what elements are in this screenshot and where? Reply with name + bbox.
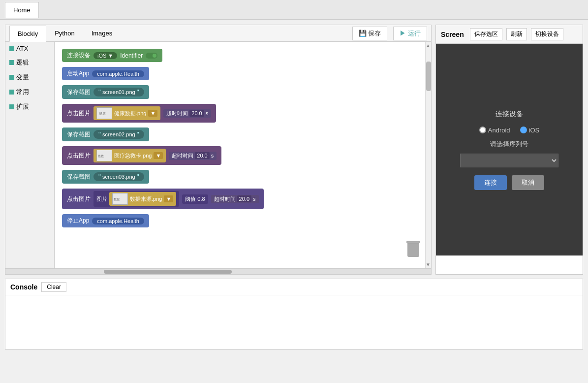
click3-inner: 点击图片 图片 数据	[62, 189, 264, 209]
click1-dropdown[interactable]: ▼	[148, 110, 157, 117]
datasource-icon: 数据	[113, 193, 127, 204]
category-variable[interactable]: 变量	[5, 70, 54, 85]
clear-button[interactable]: Clear	[41, 282, 66, 292]
quote-open3: "	[98, 173, 101, 181]
tab-blockly[interactable]: Blockly	[9, 26, 46, 42]
click3-timeout-val[interactable]: 20.0	[237, 195, 251, 202]
screenshot3-name[interactable]: " screen03.png "	[93, 172, 144, 181]
connect-dialog: 连接设备 Android iOS 请选择序列号	[450, 100, 568, 200]
tab-bar: Blockly Python Images 💾 保存 ▶ 运行	[5, 25, 431, 42]
app-name[interactable]: com.apple.Health	[92, 70, 144, 77]
click3-threshold-val[interactable]: 0.8	[197, 196, 205, 202]
vertical-scrollbar[interactable]: ▲ ▼	[425, 42, 431, 268]
click2-label: 点击图片	[67, 152, 91, 160]
category-common[interactable]: 常用	[5, 85, 54, 99]
stop-app-block[interactable]: 停止App com.apple.Health	[62, 214, 424, 227]
health-icon: 健康	[97, 108, 112, 119]
workspace-area: ATX 逻辑 变量 常用	[5, 42, 431, 268]
screenshot1-block[interactable]: 保存截图 " screen01.png "	[62, 85, 424, 99]
radio-group: Android iOS	[460, 127, 558, 134]
start-app-block[interactable]: 启动App com.apple.Health	[62, 67, 424, 80]
horizontal-scrollbar[interactable]	[5, 268, 431, 274]
blocks-scroll-container: 连接设备 iOS ▼ Identifier	[55, 42, 431, 268]
category-dot	[9, 46, 14, 51]
start-app-inner: 启动App com.apple.Health	[62, 67, 149, 80]
ios-toggle[interactable]	[146, 53, 157, 59]
screenshot3-label: 保存截图	[67, 173, 91, 181]
console-title: Console	[10, 283, 37, 291]
save-label: 保存	[368, 30, 381, 37]
click1-block[interactable]: 点击图片 健康 健康数据.png ▼	[62, 104, 424, 123]
android-radio[interactable]	[479, 127, 486, 133]
connect-button[interactable]: 连接	[474, 175, 507, 190]
cancel-button[interactable]: 取消	[512, 175, 544, 190]
click3-image-block[interactable]: 数据 数据来源.png ▼	[109, 192, 176, 206]
tab-actions: 💾 保存 ▶ 运行	[352, 27, 427, 40]
radio-ios[interactable]: iOS	[520, 127, 540, 134]
click1-timeout-label: 超时时间	[166, 110, 188, 117]
screen-header: Screen 保存选区 刷新 切换设备	[436, 25, 583, 44]
ios-pill[interactable]: iOS ▼	[93, 52, 117, 59]
svg-text:健康: 健康	[99, 112, 106, 115]
click1-unit: s	[206, 110, 209, 116]
tab-python[interactable]: Python	[46, 25, 83, 41]
screenshot2-filename: screen02.png	[102, 131, 135, 137]
click2-image-block[interactable]: 急救 医疗急救卡.png ▼	[93, 149, 166, 162]
blocks-wrapper: 连接设备 iOS ▼ Identifier	[55, 42, 431, 234]
ios-radio[interactable]	[520, 127, 527, 133]
screenshot2-name[interactable]: " screen02.png "	[93, 130, 144, 139]
category-extend[interactable]: 扩展	[5, 99, 54, 114]
h-scroll-thumb[interactable]	[104, 270, 232, 274]
screen-panel: Screen 保存选区 刷新 切换设备 连接设备 Android iO	[435, 25, 583, 275]
click2-dropdown[interactable]: ▼	[154, 152, 163, 159]
main-container: Blockly Python Images 💾 保存 ▶ 运行	[0, 20, 588, 354]
stop-app-name[interactable]: com.apple.Health	[92, 218, 144, 224]
connect-subtitle: 请选择序列号	[460, 140, 558, 149]
click1-inner: 点击图片 健康 健康数据.png ▼	[62, 104, 216, 123]
serial-select[interactable]	[460, 154, 558, 167]
click1-timeout-val[interactable]: 20.0	[189, 110, 204, 117]
category-logic[interactable]: 逻辑	[5, 55, 54, 70]
scroll-down-arrow[interactable]: ▼	[426, 262, 431, 267]
click3-timeout: 超时时间 20.0 s	[211, 195, 259, 203]
connect-device-block[interactable]: 连接设备 iOS ▼ Identifier	[62, 49, 424, 62]
medical-icon: 急救	[97, 150, 112, 161]
svg-text:急救: 急救	[97, 155, 104, 158]
home-button[interactable]: Home	[5, 2, 39, 18]
scroll-up-arrow[interactable]: ▲	[426, 43, 431, 48]
click3-thumb: 数据	[112, 193, 128, 205]
app-name-text: com.apple.Health	[97, 71, 139, 77]
click1-image-block[interactable]: 健康 健康数据.png ▼	[93, 106, 160, 120]
trash-body	[407, 243, 419, 257]
refresh-button[interactable]: 刷新	[506, 28, 527, 40]
trash-lid	[406, 241, 420, 243]
click3-threshold-wrapper: 阈值 0.8	[182, 194, 208, 204]
category-label: 逻辑	[16, 58, 29, 67]
click2-block[interactable]: 点击图片 急救 医疗急救卡.png ▼	[62, 146, 424, 165]
run-button[interactable]: ▶ 运行	[393, 27, 427, 40]
category-atx[interactable]: ATX	[5, 42, 54, 55]
console-area: Console Clear	[5, 279, 583, 350]
trash-button[interactable]	[405, 241, 421, 258]
switch-device-button[interactable]: 切换设备	[531, 28, 563, 40]
tab-images[interactable]: Images	[83, 25, 121, 41]
screenshot1-label: 保存截图	[67, 88, 91, 96]
screenshot2-block[interactable]: 保存截图 " screen02.png "	[62, 128, 424, 141]
category-dot	[9, 75, 14, 80]
click2-timeout-val[interactable]: 20.0	[195, 152, 209, 159]
stop-app-inner: 停止App com.apple.Health	[62, 214, 149, 227]
screen-title: Screen	[441, 31, 464, 38]
click2-thumb: 急救	[96, 150, 112, 161]
screenshot2-label: 保存截图	[67, 130, 91, 139]
screenshot1-name[interactable]: " screen01.png "	[93, 88, 144, 96]
radio-android[interactable]: Android	[479, 127, 510, 134]
click2-unit: s	[211, 153, 214, 159]
svg-text:数据: 数据	[114, 198, 120, 201]
screen-body: 连接设备 Android iOS 请选择序列号	[436, 44, 583, 255]
scroll-thumb[interactable]	[426, 62, 431, 91]
click3-block[interactable]: 点击图片 图片 数据	[62, 189, 424, 209]
screenshot3-block[interactable]: 保存截图 " screen03.png "	[62, 170, 424, 184]
save-button[interactable]: 💾 保存	[352, 27, 388, 40]
save-selection-button[interactable]: 保存选区	[470, 28, 502, 40]
click3-dropdown[interactable]: ▼	[164, 195, 173, 202]
